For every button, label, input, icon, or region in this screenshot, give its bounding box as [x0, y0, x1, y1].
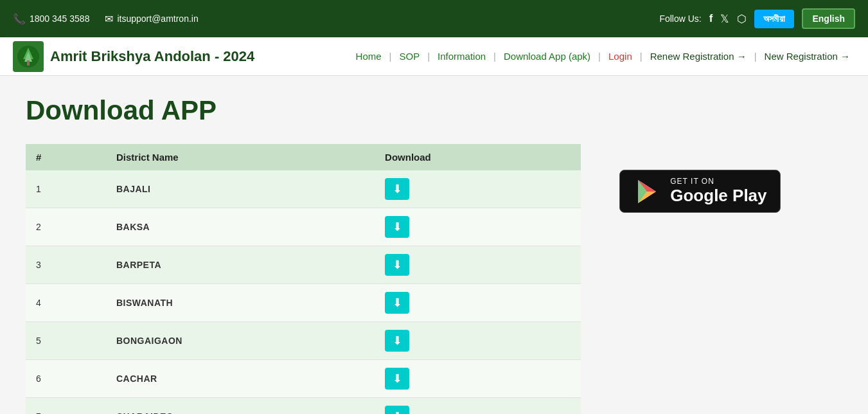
sep2: | — [427, 51, 430, 62]
nav-login[interactable]: Login — [603, 51, 637, 62]
row-download: ⬇ — [375, 246, 581, 284]
facebook-icon[interactable]: f — [709, 12, 713, 25]
row-download: ⬇ — [375, 170, 581, 208]
topbar: 📞 1800 345 3588 ✉ itsupport@amtron.in Fo… — [0, 0, 868, 37]
topbar-right: Follow Us: f 𝕏 ⬡ অসমীয়া English — [659, 8, 855, 29]
sep5: | — [640, 51, 642, 62]
english-btn[interactable]: English — [802, 8, 855, 29]
row-download: ⬇ — [375, 360, 581, 398]
row-num: 2 — [26, 208, 106, 246]
site-logo — [13, 41, 44, 72]
nav-renew-registration[interactable]: Renew Registration → — [645, 51, 752, 62]
row-district: CACHAR — [106, 360, 375, 398]
main-content: Download APP # District Name Download 1B… — [0, 76, 868, 414]
table-row: 4BISWANATH⬇ — [26, 284, 581, 322]
nav-new-registration[interactable]: New Registration → — [759, 51, 855, 62]
google-play-badge[interactable]: GET IT ON Google Play — [619, 170, 780, 213]
site-title-text: Amrit Brikshya Andolan - 2024 — [50, 48, 254, 65]
play-text: GET IT ON Google Play — [670, 177, 766, 206]
row-district: BARPETA — [106, 246, 375, 284]
download-button[interactable]: ⬇ — [385, 292, 409, 314]
download-button[interactable]: ⬇ — [385, 178, 409, 200]
sep6: | — [754, 51, 757, 62]
navbar: Amrit Brikshya Andolan - 2024 Home | SOP… — [0, 37, 868, 76]
content-row: # District Name Download 1BAJALI⬇2BAKSA⬇… — [26, 144, 842, 414]
download-button[interactable]: ⬇ — [385, 368, 409, 390]
twitter-icon[interactable]: 𝕏 — [720, 12, 729, 26]
badge-col: GET IT ON Google Play — [619, 144, 780, 213]
row-num: 4 — [26, 284, 106, 322]
table-row: 6CACHAR⬇ — [26, 360, 581, 398]
sep1: | — [389, 51, 392, 62]
topbar-left: 📞 1800 345 3588 ✉ itsupport@amtron.in — [13, 13, 199, 25]
nav-home[interactable]: Home — [351, 51, 387, 62]
row-district: BISWANATH — [106, 284, 375, 322]
download-button[interactable]: ⬇ — [385, 406, 409, 414]
row-district: BONGAIGAON — [106, 322, 375, 360]
phone-icon: 📞 — [13, 13, 26, 25]
row-num: 7 — [26, 398, 106, 415]
row-num: 1 — [26, 170, 106, 208]
table-row: 2BAKSA⬇ — [26, 208, 581, 246]
row-download: ⬇ — [375, 398, 581, 415]
table-row: 3BARPETA⬇ — [26, 246, 581, 284]
follow-label: Follow Us: — [659, 14, 701, 24]
site-title-wrap: Amrit Brikshya Andolan - 2024 — [13, 41, 254, 72]
download-button[interactable]: ⬇ — [385, 216, 409, 238]
assamese-btn[interactable]: অসমীয়া — [754, 10, 794, 28]
nav-download-app[interactable]: Download App (apk) — [499, 51, 596, 62]
row-district: CHARAIDEO — [106, 398, 375, 415]
svg-rect-3 — [27, 60, 30, 66]
row-download: ⬇ — [375, 284, 581, 322]
col-header-num: # — [26, 144, 106, 170]
email-icon: ✉ — [105, 13, 113, 25]
nav-information[interactable]: Information — [432, 51, 491, 62]
row-num: 3 — [26, 246, 106, 284]
play-store-name-text: Google Play — [670, 186, 766, 206]
table-row: 1BAJALI⬇ — [26, 170, 581, 208]
row-download: ⬇ — [375, 322, 581, 360]
phone-number: 1800 345 3588 — [30, 14, 89, 24]
table-row: 5BONGAIGAON⬇ — [26, 322, 581, 360]
instagram-icon[interactable]: ⬡ — [737, 12, 747, 26]
row-num: 5 — [26, 322, 106, 360]
col-header-district: District Name — [106, 144, 375, 170]
play-store-icon — [633, 177, 661, 206]
email-address: itsupport@amtron.in — [117, 14, 198, 24]
download-button[interactable]: ⬇ — [385, 254, 409, 276]
col-header-download: Download — [375, 144, 581, 170]
play-get-it-text: GET IT ON — [670, 177, 766, 186]
sep3: | — [493, 51, 496, 62]
row-district: BAKSA — [106, 208, 375, 246]
download-button[interactable]: ⬇ — [385, 330, 409, 352]
nav-links: Home | SOP | Information | Download App … — [351, 51, 855, 62]
email-contact: ✉ itsupport@amtron.in — [105, 13, 198, 25]
row-district: BAJALI — [106, 170, 375, 208]
table-row: 7CHARAIDEO⬇ — [26, 398, 581, 415]
download-table: # District Name Download 1BAJALI⬇2BAKSA⬇… — [26, 144, 581, 414]
sep4: | — [598, 51, 601, 62]
row-download: ⬇ — [375, 208, 581, 246]
row-num: 6 — [26, 360, 106, 398]
page-title: Download APP — [26, 95, 842, 126]
phone-contact: 📞 1800 345 3588 — [13, 13, 89, 25]
nav-sop[interactable]: SOP — [394, 51, 425, 62]
